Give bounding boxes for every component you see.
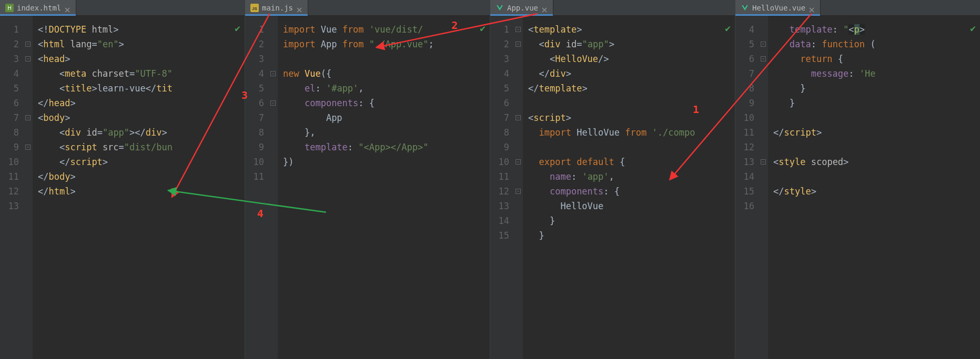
- code-line[interactable]: </style>: [773, 184, 976, 199]
- code-line[interactable]: [38, 199, 240, 213]
- fold-toggle: [23, 96, 33, 110]
- code-line[interactable]: </body>: [38, 169, 240, 184]
- fold-toggle: [513, 52, 523, 66]
- fold-toggle[interactable]: [513, 110, 523, 125]
- code-line[interactable]: new Vue({: [283, 66, 486, 81]
- close-icon[interactable]: [809, 5, 815, 11]
- fold-toggle: [759, 169, 768, 184]
- line-number: 13: [735, 155, 754, 169]
- code-line[interactable]: }: [773, 81, 976, 96]
- fold-toggle[interactable]: [268, 96, 278, 110]
- fold-toggle[interactable]: [268, 66, 278, 81]
- code-line[interactable]: message: 'He: [773, 66, 976, 81]
- code-line[interactable]: import App from "./App.vue";: [283, 37, 486, 52]
- fold-toggle[interactable]: [759, 155, 768, 169]
- code-line[interactable]: export default {: [528, 155, 731, 169]
- code-line[interactable]: components: {: [528, 184, 731, 199]
- code-line[interactable]: [773, 169, 976, 184]
- code-line[interactable]: <title>learn-vue</tit: [38, 81, 240, 96]
- code-line[interactable]: [283, 169, 486, 184]
- line-number: 13: [490, 199, 509, 213]
- fold-toggle[interactable]: [759, 37, 768, 52]
- code-line[interactable]: <body>: [38, 110, 240, 125]
- fold-toggle[interactable]: [513, 37, 523, 52]
- code-line[interactable]: <div id="app"></div>: [38, 125, 240, 140]
- code-area[interactable]: <template> <div id="app"> <HelloVue/> </…: [523, 16, 735, 359]
- close-icon[interactable]: [64, 5, 70, 11]
- code-line[interactable]: [773, 199, 976, 213]
- code-line[interactable]: <!DOCTYPE html>: [38, 22, 240, 37]
- inspection-ok-icon: ✔: [725, 21, 731, 36]
- code-line[interactable]: return {: [773, 52, 976, 66]
- fold-toggle[interactable]: [23, 37, 33, 52]
- code-line[interactable]: components: {: [283, 96, 486, 110]
- code-line[interactable]: }): [283, 155, 486, 169]
- code-line[interactable]: <style scoped>: [773, 155, 976, 169]
- fold-toggle[interactable]: [513, 184, 523, 199]
- code-line[interactable]: </script>: [38, 155, 240, 169]
- line-number: 4: [0, 66, 19, 81]
- code-line[interactable]: data: function (: [773, 37, 976, 52]
- line-number: 7: [735, 66, 754, 81]
- line-number: 14: [490, 213, 509, 228]
- line-number: 9: [0, 140, 19, 155]
- fold-toggle[interactable]: [23, 110, 33, 125]
- code-line[interactable]: import HelloVue from './compo: [528, 125, 731, 140]
- code-line[interactable]: </div>: [528, 66, 731, 81]
- code-area[interactable]: template: "<p> data: function ( return {…: [768, 16, 980, 359]
- code-line[interactable]: }: [528, 228, 731, 243]
- close-icon[interactable]: [296, 5, 302, 11]
- code-line[interactable]: [528, 96, 731, 110]
- code-line[interactable]: template: "<App></App>": [283, 140, 486, 155]
- code-line[interactable]: template: "<p>: [773, 22, 976, 37]
- fold-toggle: [513, 81, 523, 96]
- fold-toggle[interactable]: [513, 155, 523, 169]
- svg-text:H: H: [7, 5, 11, 11]
- vue-icon: [741, 4, 749, 12]
- code-line[interactable]: </head>: [38, 96, 240, 110]
- fold-toggle[interactable]: [23, 52, 33, 66]
- code-line[interactable]: <script>: [528, 110, 731, 125]
- code-line[interactable]: </script>: [773, 125, 976, 140]
- code-editor[interactable]: 12345678910111213<!DOCTYPE html><html la…: [0, 16, 245, 359]
- fold-toggle[interactable]: [513, 22, 523, 37]
- fold-toggle[interactable]: [23, 140, 33, 155]
- code-line[interactable]: }: [528, 213, 731, 228]
- code-line[interactable]: }: [773, 96, 976, 110]
- code-line[interactable]: [773, 110, 976, 125]
- code-line[interactable]: name: 'app',: [528, 169, 731, 184]
- code-line[interactable]: },: [283, 125, 486, 140]
- code-area[interactable]: <!DOCTYPE html><html lang="en"><head> <m…: [33, 16, 245, 359]
- line-number: 8: [735, 81, 754, 96]
- code-line[interactable]: import Vue from 'vue/dist/: [283, 22, 486, 37]
- code-area[interactable]: import Vue from 'vue/dist/import App fro…: [278, 16, 490, 359]
- code-line[interactable]: <head>: [38, 52, 240, 66]
- code-editor[interactable]: 123456789101112131415<template> <div id=…: [490, 16, 735, 359]
- code-editor[interactable]: 1234567891011import Vue from 'vue/dist/i…: [245, 16, 490, 359]
- code-line[interactable]: App: [283, 110, 486, 125]
- code-line[interactable]: <meta charset="UTF-8": [38, 66, 240, 81]
- line-number: 11: [490, 169, 509, 184]
- code-line[interactable]: </html>: [38, 184, 240, 199]
- editor-tab[interactable]: App.vue: [490, 0, 553, 15]
- editor-tab[interactable]: Hindex.html: [0, 0, 76, 15]
- code-line[interactable]: </template>: [528, 81, 731, 96]
- code-line[interactable]: <html lang="en">: [38, 37, 240, 52]
- editor-tab[interactable]: JSmain.js: [245, 0, 308, 15]
- code-line[interactable]: <template>: [528, 22, 731, 37]
- code-line[interactable]: HelloVue: [528, 199, 731, 213]
- code-line[interactable]: <div id="app">: [528, 37, 731, 52]
- code-line[interactable]: [528, 140, 731, 155]
- code-line[interactable]: el: '#app',: [283, 81, 486, 96]
- close-icon[interactable]: [541, 5, 548, 11]
- tab-label: index.html: [17, 4, 61, 12]
- code-editor[interactable]: 45678910111213141516 template: "<p> data…: [735, 16, 980, 359]
- fold-toggle[interactable]: [759, 52, 768, 66]
- code-line[interactable]: <HelloVue/>: [528, 52, 731, 66]
- fold-toggle: [513, 140, 523, 155]
- line-number: 4: [245, 66, 264, 81]
- code-line[interactable]: [773, 140, 976, 155]
- editor-tab[interactable]: HelloVue.vue: [735, 0, 821, 15]
- code-line[interactable]: [283, 52, 486, 66]
- code-line[interactable]: <script src="dist/bun: [38, 140, 240, 155]
